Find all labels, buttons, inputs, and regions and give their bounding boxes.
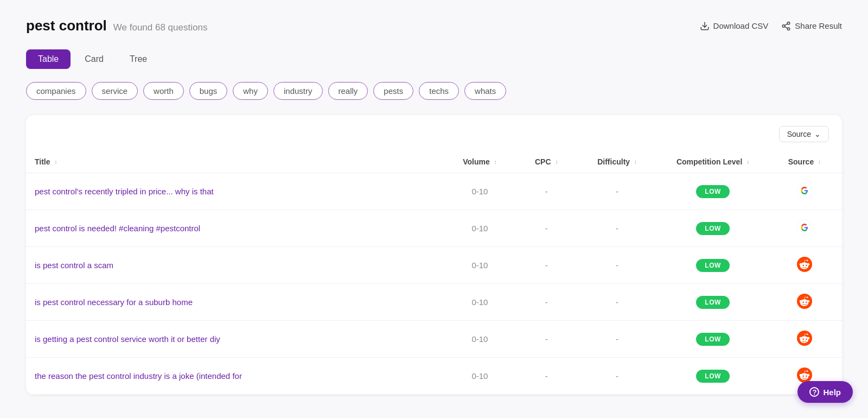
view-tabs: Table Card Tree <box>26 49 842 69</box>
page-title: pest control <box>26 17 107 34</box>
cell-source <box>767 173 842 210</box>
cell-volume: 0-10 <box>442 210 517 247</box>
cell-title[interactable]: is pest control a scam <box>26 247 442 284</box>
source-dropdown-label: Source <box>787 130 811 138</box>
cell-difficulty: - <box>576 173 659 210</box>
col-header-difficulty[interactable]: Difficulty ↕ <box>576 151 659 173</box>
share-icon <box>781 21 791 31</box>
reddit-icon <box>797 294 812 309</box>
pill-bugs[interactable]: bugs <box>189 82 228 100</box>
reddit-icon <box>797 368 812 383</box>
cell-cpc: - <box>517 358 575 395</box>
header-left: pest control We found 68 questions <box>26 17 207 34</box>
pill-worth[interactable]: worth <box>143 82 184 100</box>
cell-title[interactable]: is pest control necessary for a suburb h… <box>26 284 442 321</box>
tab-tree[interactable]: Tree <box>118 49 159 69</box>
status-badge: LOW <box>696 333 729 346</box>
col-header-competition[interactable]: Competition Level ↕ <box>659 151 767 173</box>
pill-why[interactable]: why <box>233 82 268 100</box>
cell-title[interactable]: the reason the pest control industry is … <box>26 358 442 395</box>
table-row: pest control's recently tripled in price… <box>26 173 842 210</box>
results-table: Title ↕ Volume ↕ CPC ↕ Difficulty ↕ <box>26 151 842 395</box>
cell-volume: 0-10 <box>442 284 517 321</box>
share-label: Share Result <box>795 21 842 30</box>
col-header-volume[interactable]: Volume ↕ <box>442 151 517 173</box>
pill-techs[interactable]: techs <box>419 82 459 100</box>
table-header-row: Title ↕ Volume ↕ CPC ↕ Difficulty ↕ <box>26 151 842 173</box>
cell-competition: LOW <box>659 321 767 358</box>
status-badge: LOW <box>696 222 729 235</box>
sort-icon-source: ↕ <box>818 160 821 165</box>
header-actions: Download CSV Share Result <box>700 21 842 31</box>
reddit-icon <box>797 257 812 272</box>
sort-icon-difficulty: ↕ <box>634 160 637 165</box>
cell-title[interactable]: is getting a pest control service worth … <box>26 321 442 358</box>
cell-title[interactable]: pest control's recently tripled in price… <box>26 173 442 210</box>
cell-title[interactable]: pest control is needed! #cleaning #pestc… <box>26 210 442 247</box>
chevron-down-icon: ⌄ <box>814 130 821 138</box>
table-row: pest control is needed! #cleaning #pestc… <box>26 210 842 247</box>
cell-competition: LOW <box>659 358 767 395</box>
cell-cpc: - <box>517 173 575 210</box>
pill-whats[interactable]: whats <box>464 82 506 100</box>
svg-line-4 <box>785 27 788 28</box>
cell-competition: LOW <box>659 210 767 247</box>
cell-source <box>767 210 842 247</box>
status-badge: LOW <box>696 370 729 383</box>
cell-volume: 0-10 <box>442 247 517 284</box>
col-header-cpc[interactable]: CPC ↕ <box>517 151 575 173</box>
download-icon <box>700 21 710 31</box>
cell-volume: 0-10 <box>442 173 517 210</box>
cell-difficulty: - <box>576 247 659 284</box>
cell-cpc: - <box>517 284 575 321</box>
cell-difficulty: - <box>576 284 659 321</box>
col-header-title[interactable]: Title ↕ <box>26 151 442 173</box>
col-header-source[interactable]: Source ↕ <box>767 151 842 173</box>
help-icon: ? <box>809 387 819 397</box>
cell-cpc: - <box>517 321 575 358</box>
svg-line-5 <box>785 23 788 25</box>
cell-source <box>767 247 842 284</box>
help-label: Help <box>823 388 841 397</box>
pill-industry[interactable]: industry <box>273 82 323 100</box>
filter-pills: companies service worth bugs why industr… <box>26 82 842 100</box>
cell-difficulty: - <box>576 210 659 247</box>
table-row: is pest control necessary for a suburb h… <box>26 284 842 321</box>
reddit-icon <box>797 331 812 346</box>
status-badge: LOW <box>696 259 729 272</box>
pill-really[interactable]: really <box>328 82 368 100</box>
pill-companies[interactable]: companies <box>26 82 86 100</box>
status-badge: LOW <box>696 296 729 309</box>
cell-competition: LOW <box>659 173 767 210</box>
sort-icon-cpc: ↕ <box>555 160 558 165</box>
table-row: is pest control a scam0-10--LOW <box>26 247 842 284</box>
sort-icon-competition: ↕ <box>746 160 749 165</box>
table-card: Source ⌄ Title ↕ Volume ↕ CPC ↕ <box>26 115 842 395</box>
help-button[interactable]: ? Help <box>797 381 853 403</box>
sort-icon-title: ↕ <box>54 160 57 165</box>
download-csv-button[interactable]: Download CSV <box>700 21 769 31</box>
cell-cpc: - <box>517 247 575 284</box>
cell-volume: 0-10 <box>442 358 517 395</box>
cell-source <box>767 321 842 358</box>
subtitle: We found 68 questions <box>113 22 208 33</box>
sort-icon-volume: ↕ <box>494 160 497 165</box>
cell-difficulty: - <box>576 321 659 358</box>
page-header: pest control We found 68 questions Downl… <box>26 17 842 34</box>
share-result-button[interactable]: Share Result <box>781 21 842 31</box>
table-top-bar: Source ⌄ <box>26 126 842 151</box>
table-row: is getting a pest control service worth … <box>26 321 842 358</box>
tab-table[interactable]: Table <box>26 49 71 69</box>
source-dropdown[interactable]: Source ⌄ <box>779 126 829 142</box>
cell-difficulty: - <box>576 358 659 395</box>
cell-source <box>767 284 842 321</box>
cell-competition: LOW <box>659 284 767 321</box>
pill-pests[interactable]: pests <box>373 82 413 100</box>
google-icon <box>797 183 812 198</box>
pill-service[interactable]: service <box>92 82 138 100</box>
google-icon <box>797 220 812 235</box>
status-badge: LOW <box>696 185 729 198</box>
cell-competition: LOW <box>659 247 767 284</box>
table-row: the reason the pest control industry is … <box>26 358 842 395</box>
tab-card[interactable]: Card <box>73 49 116 69</box>
